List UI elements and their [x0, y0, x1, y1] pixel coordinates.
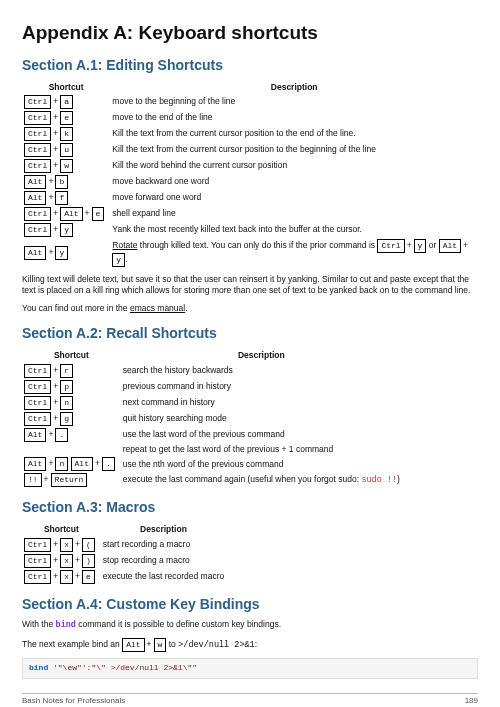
- key: y: [414, 239, 427, 253]
- key: Alt: [60, 207, 82, 221]
- key: w: [60, 159, 73, 173]
- shortcut: Ctrl+x+): [22, 553, 101, 569]
- macros-table: ShortcutDescription Ctrl+x+(start record…: [22, 523, 226, 584]
- desc: move to the beginning of the line: [110, 94, 478, 110]
- key: Ctrl: [24, 380, 51, 394]
- page-footer: Bash Notes for Professionals 189: [22, 693, 478, 707]
- desc: start recording a macro: [101, 537, 226, 553]
- desc: previous command in history: [121, 379, 402, 395]
- key: Ctrl: [24, 159, 51, 173]
- key: Ctrl: [24, 111, 51, 125]
- desc: move to the end of the line: [110, 110, 478, 126]
- key: b: [55, 175, 68, 189]
- key: e: [92, 207, 105, 221]
- editing-more: You can find out more in the emacs manua…: [22, 303, 478, 314]
- shortcut: Ctrl+w: [22, 158, 110, 174]
- key: Ctrl: [24, 223, 51, 237]
- key: p: [60, 380, 73, 394]
- key: Alt: [24, 246, 46, 260]
- recall-table: ShortcutDescription Ctrl+rsearch the his…: [22, 349, 402, 488]
- key: .: [102, 457, 115, 471]
- editing-table: ShortcutDescription Ctrl+amove to the be…: [22, 81, 478, 268]
- section-a4-heading: Section A.4: Custome Key Bindings: [22, 595, 478, 614]
- desc: Rotate through killed text. You can only…: [110, 238, 478, 268]
- code-block: bind '"\ew"':"\" >/dev/null 2>&1\"": [22, 658, 478, 679]
- desc: Kill the word behind the current cursor …: [110, 158, 478, 174]
- key: Ctrl: [24, 364, 51, 378]
- desc: Kill the text from the current cursor po…: [110, 142, 478, 158]
- key: g: [60, 412, 73, 426]
- shortcut: Alt+b: [22, 174, 110, 190]
- key: (: [82, 538, 95, 552]
- key: Alt: [122, 638, 144, 652]
- key: Ctrl: [24, 207, 51, 221]
- desc: Kill the text from the current cursor po…: [110, 126, 478, 142]
- key: Ctrl: [24, 554, 51, 568]
- key: u: [60, 143, 73, 157]
- key: x: [60, 554, 73, 568]
- key: k: [60, 127, 73, 141]
- th-description: Description: [110, 81, 478, 94]
- editing-note: Killing text will delete text, but save …: [22, 274, 478, 297]
- key: Alt: [24, 191, 46, 205]
- key: e: [82, 570, 95, 584]
- shortcut: Ctrl+k: [22, 126, 110, 142]
- shortcut: Ctrl+y: [22, 222, 110, 238]
- shortcut: Ctrl+a: [22, 94, 110, 110]
- a4-intro: With the bind command it is possible to …: [22, 619, 478, 631]
- shortcut: Ctrl+u: [22, 142, 110, 158]
- key: Ctrl: [24, 570, 51, 584]
- desc: next command in history: [121, 395, 402, 411]
- key: ): [82, 554, 95, 568]
- shortcut: Ctrl+x+(: [22, 537, 101, 553]
- key: y: [60, 223, 73, 237]
- desc: quit history searching mode: [121, 411, 402, 427]
- emacs-manual-link[interactable]: emacs manual: [130, 303, 185, 313]
- shortcut: Ctrl+g: [22, 411, 121, 427]
- desc: stop recording a macro: [101, 553, 226, 569]
- shortcut: Ctrl+Alt+e: [22, 206, 110, 222]
- key: Ctrl: [24, 412, 51, 426]
- key: Ctrl: [24, 95, 51, 109]
- desc: shell expand line: [110, 206, 478, 222]
- key: Alt: [71, 457, 93, 471]
- section-a1-heading: Section A.1: Editing Shortcuts: [22, 56, 478, 75]
- section-a3-heading: Section A.3: Macros: [22, 498, 478, 517]
- desc: execute the last recorded macro: [101, 569, 226, 585]
- key: n: [55, 457, 68, 471]
- shortcut: Alt+f: [22, 190, 110, 206]
- key: x: [60, 538, 73, 552]
- key: Alt: [24, 457, 46, 471]
- shortcut: Ctrl+p: [22, 379, 121, 395]
- shortcut: Alt+.: [22, 427, 121, 443]
- shortcut: Ctrl+e: [22, 110, 110, 126]
- key: Return: [51, 473, 88, 487]
- key: r: [60, 364, 73, 378]
- desc: move forward one word: [110, 190, 478, 206]
- desc: search the history backwards: [121, 363, 402, 379]
- key: f: [55, 191, 68, 205]
- key: e: [60, 111, 73, 125]
- desc: use the last word of the previous comman…: [121, 427, 402, 443]
- key: Ctrl: [24, 127, 51, 141]
- key: Alt: [24, 175, 46, 189]
- key: Ctrl: [24, 538, 51, 552]
- desc: Yank the most recently killed text back …: [110, 222, 478, 238]
- shortcut: Ctrl+n: [22, 395, 121, 411]
- key: !!: [24, 473, 42, 487]
- shortcut: Ctrl+r: [22, 363, 121, 379]
- shortcut: Ctrl+x+e: [22, 569, 101, 585]
- key: n: [60, 396, 73, 410]
- section-a2-heading: Section A.2: Recall Shortcuts: [22, 324, 478, 343]
- desc: move backward one word: [110, 174, 478, 190]
- key: Alt: [439, 239, 461, 253]
- key: x: [60, 570, 73, 584]
- key: a: [60, 95, 73, 109]
- key: .: [55, 428, 68, 442]
- key: Alt: [24, 428, 46, 442]
- a4-example: The next example bind an Alt+w to >/dev/…: [22, 638, 478, 652]
- key: Ctrl: [24, 396, 51, 410]
- page-title: Appendix A: Keyboard shortcuts: [22, 20, 478, 46]
- key: y: [112, 253, 125, 267]
- key: y: [55, 246, 68, 260]
